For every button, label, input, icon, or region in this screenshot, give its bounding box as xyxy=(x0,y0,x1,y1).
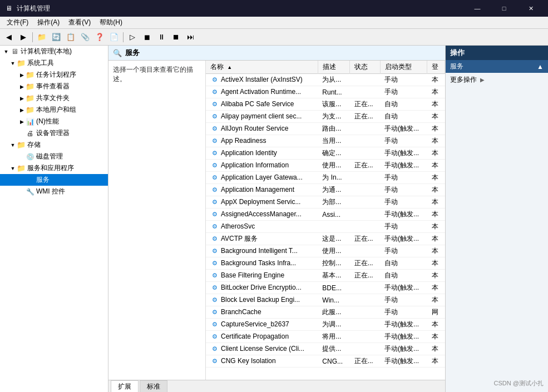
table-row[interactable]: ⚙App Readiness 当用... 手动 本 xyxy=(206,135,445,147)
maximize-button[interactable]: □ xyxy=(491,0,517,17)
folder-icon-event: 📁 xyxy=(26,82,34,91)
menu-action[interactable]: 操作(A) xyxy=(33,17,64,28)
device-icon: 🖨 xyxy=(26,129,34,138)
cell-name: ⚙Alipay payment client sec... xyxy=(206,111,318,123)
cell-status: 正在... xyxy=(350,355,380,368)
right-more-actions[interactable]: 更多操作 ▶ xyxy=(446,73,548,87)
tree-local-users[interactable]: ▶ 📁 本地用户和组 xyxy=(0,104,108,116)
cell-name: ⚙AVCTP 服务 xyxy=(206,233,318,245)
table-row[interactable]: ⚙Client License Service (Cli... 提供... 手动… xyxy=(206,343,445,355)
table-row[interactable]: ⚙Application Management 为通... 手动 本 xyxy=(206,184,445,196)
tree-services[interactable]: ▶ ⚙ 服务 xyxy=(0,174,108,186)
table-row[interactable]: ⚙BitLocker Drive Encryptio... BDE... 手动(… xyxy=(206,282,445,294)
menu-file[interactable]: 文件(F) xyxy=(2,17,33,28)
table-row[interactable]: ⚙Alipay payment client sec... 为支... 正在..… xyxy=(206,111,445,123)
table-row[interactable]: ⚙Base Filtering Engine 基本... 正在... 自动 本 xyxy=(206,270,445,282)
table-row[interactable]: ⚙Application Layer Gatewa... 为 In... 手动 … xyxy=(206,172,445,184)
tree-storage[interactable]: ▼ 📁 存储 xyxy=(0,139,108,151)
table-row[interactable]: ⚙BranchCache 此服... 手动 网 xyxy=(206,306,445,319)
table-row[interactable]: ⚙AppX Deployment Servic... 为部... 手动 本 xyxy=(206,196,445,209)
expand-perf[interactable]: ▶ xyxy=(18,118,26,126)
col-desc[interactable]: 描述 xyxy=(318,61,349,74)
table-row[interactable]: ⚙Background Tasks Infra... 控制... 正在... 自… xyxy=(206,257,445,270)
service-row-icon: ⚙ xyxy=(210,296,219,305)
toolbar-restart[interactable]: ⏭ xyxy=(184,31,197,43)
cell-status xyxy=(350,319,380,331)
table-row[interactable]: ⚙Agent Activation Runtime... Runt... 手动 … xyxy=(206,86,445,98)
toolbar-forward[interactable]: ▶ xyxy=(17,31,30,43)
expand-task[interactable]: ▶ xyxy=(18,71,26,79)
toolbar-play[interactable]: ▷ xyxy=(126,31,139,43)
cell-desc: 使用... xyxy=(318,245,349,257)
toolbar-stop[interactable]: ⏹ xyxy=(169,31,182,43)
cell-startup: 手动 xyxy=(380,245,427,257)
col-status[interactable]: 状态 xyxy=(350,61,380,74)
expand-services-apps[interactable]: ▼ xyxy=(9,165,17,172)
tree-task-scheduler[interactable]: ▶ 📁 任务计划程序 xyxy=(0,69,108,81)
services-table-container[interactable]: 名称 ▲ 描述 状态 启动类型 登 ⚙ActiveX Installer (Ax… xyxy=(206,61,445,380)
tree-device-manager[interactable]: ▶ 🖨 设备管理器 xyxy=(0,127,108,139)
service-row-icon: ⚙ xyxy=(210,198,219,207)
table-row[interactable]: ⚙AVCTP 服务 这是... 正在... 手动(触发... 本 xyxy=(206,233,445,245)
table-row[interactable]: ⚙Alibaba PC Safe Service 该服... 正在... 自动 … xyxy=(206,98,445,111)
toolbar-btn-1[interactable]: 📁 xyxy=(35,31,48,43)
table-row[interactable]: ⚙AssignedAccessManager... Assi... 手动(触发.… xyxy=(206,209,445,221)
cell-name: ⚙Agent Activation Runtime... xyxy=(206,86,318,98)
table-row[interactable]: ⚙ActiveX Installer (AxInstSV) 为从... 手动 本 xyxy=(206,74,445,86)
cell-status: 正在... xyxy=(350,257,380,270)
tree-system-tools[interactable]: ▼ 📁 系统工具 xyxy=(0,57,108,69)
cell-login: 本 xyxy=(427,123,445,135)
tree-performance[interactable]: ▶ 📊 (N)性能 xyxy=(0,116,108,127)
table-row[interactable]: ⚙Block Level Backup Engi... Win... 手动 本 xyxy=(206,294,445,306)
expand-root[interactable]: ▼ xyxy=(2,48,10,56)
service-row-icon: ⚙ xyxy=(210,137,219,146)
tree-event-viewer[interactable]: ▶ 📁 事件查看器 xyxy=(0,81,108,92)
tab-extended[interactable]: 扩展 xyxy=(111,380,139,393)
toolbar-pause[interactable]: ⏸ xyxy=(155,31,168,43)
col-name[interactable]: 名称 ▲ xyxy=(206,61,318,74)
toolbar-btn-4[interactable]: 📎 xyxy=(78,31,92,43)
right-section-arrow: ▲ xyxy=(537,63,544,71)
menu-view[interactable]: 查看(V) xyxy=(64,17,95,28)
cell-startup: 手动 xyxy=(380,294,427,306)
table-row[interactable]: ⚙Certificate Propagation 将用... 手动(触发... … xyxy=(206,331,445,343)
toolbar-back[interactable]: ◀ xyxy=(2,31,16,43)
tab-standard[interactable]: 标准 xyxy=(140,380,167,393)
table-row[interactable]: ⚙Application Information 使用... 正在... 手动(… xyxy=(206,160,445,172)
tree-shared-folders[interactable]: ▶ 📁 共享文件夹 xyxy=(0,92,108,104)
table-row[interactable]: ⚙Background Intelligent T... 使用... 手动 本 xyxy=(206,245,445,257)
expand-storage[interactable]: ▼ xyxy=(9,141,17,149)
table-row[interactable]: ⚙AtherosSvc 手动 本 xyxy=(206,221,445,233)
toolbar-btn-2[interactable]: 🔄 xyxy=(50,31,63,43)
toolbar-btn-6[interactable]: 📄 xyxy=(107,31,121,43)
cell-startup: 手动 xyxy=(380,196,427,209)
tree-services-apps[interactable]: ▼ 📁 服务和应用程序 xyxy=(0,162,108,174)
cell-status xyxy=(350,294,380,306)
expand-event[interactable]: ▶ xyxy=(18,83,26,91)
cell-startup: 手动(触发... xyxy=(380,282,427,294)
col-startup[interactable]: 启动类型 xyxy=(380,61,427,74)
right-section-services[interactable]: 服务 ▲ xyxy=(446,60,548,73)
tree-disk-mgmt[interactable]: ▶ 💿 磁盘管理 xyxy=(0,151,108,162)
expand-shared[interactable]: ▶ xyxy=(18,95,26,102)
tree-root[interactable]: ▼ 🖥 计算机管理(本地) xyxy=(0,46,108,57)
table-row[interactable]: ⚙CNG Key Isolation CNG... 正在... 手动(触发...… xyxy=(206,355,445,368)
toolbar-btn-3[interactable]: 📋 xyxy=(64,31,77,43)
folder-icon-system: 📁 xyxy=(17,59,26,68)
tree-wmi[interactable]: ▶ 🔧 WMI 控件 xyxy=(0,186,108,197)
menu-help[interactable]: 帮助(H) xyxy=(95,17,127,28)
service-row-icon: ⚙ xyxy=(210,259,219,268)
col-login[interactable]: 登 xyxy=(427,61,445,74)
service-row-icon: ⚙ xyxy=(210,112,219,121)
close-button[interactable]: ✕ xyxy=(518,0,544,17)
table-row[interactable]: ⚙CaptureService_b2637 为调... 手动(触发... 本 xyxy=(206,319,445,331)
toolbar-stop-outline[interactable]: ◼ xyxy=(140,31,154,43)
cell-name: ⚙Application Management xyxy=(206,184,318,196)
expand-users[interactable]: ▶ xyxy=(18,106,26,114)
tree-users-label: 本地用户和组 xyxy=(36,105,76,115)
table-row[interactable]: ⚙Application Identity 确定... 手动(触发... 本 xyxy=(206,147,445,160)
expand-system[interactable]: ▼ xyxy=(9,59,17,67)
toolbar-btn-5[interactable]: ❓ xyxy=(93,31,106,43)
minimize-button[interactable]: — xyxy=(465,0,490,17)
table-row[interactable]: ⚙AllJoyn Router Service 路由... 手动(触发... 本 xyxy=(206,123,445,135)
